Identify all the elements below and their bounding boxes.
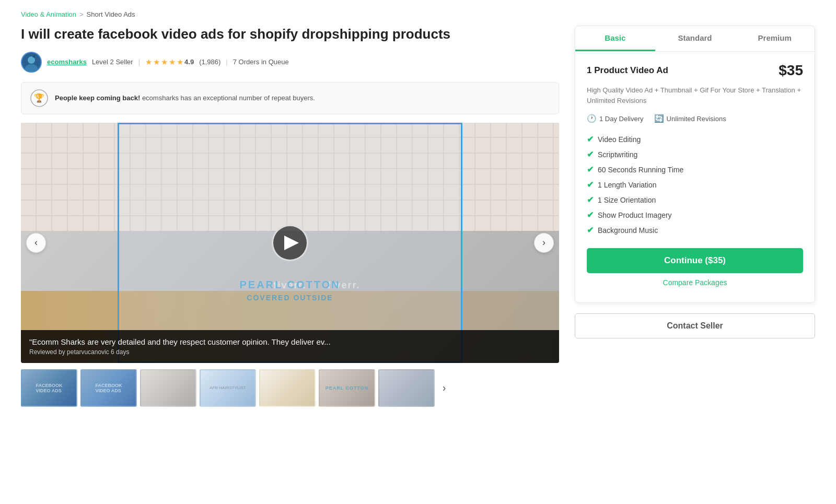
repeat-buyer-badge: 🏆 People keep coming back! ecomsharks ha… <box>21 82 559 114</box>
package-description: High Quality Video Ad + Thumbnail + Gif … <box>587 85 803 106</box>
pricing-card: Basic Standard Premium 1 Product Video A… <box>575 26 815 303</box>
prev-arrow[interactable]: ‹ <box>26 233 46 253</box>
package-title-row: 1 Product Video Ad $35 <box>587 62 803 79</box>
feature-label-2: Scriptwriting <box>598 150 637 159</box>
star-3: ★ <box>161 57 168 67</box>
feature-label-7: Background Music <box>598 226 658 235</box>
feature-show-product: ✔ Show Product Imagery <box>587 207 803 222</box>
check-icon-7: ✔ <box>587 225 594 235</box>
thumbnail-5[interactable] <box>259 369 316 407</box>
seller-row: ecomsharks Level 2 Seller | ★ ★ ★ ★ ★ 4.… <box>21 52 559 73</box>
tab-premium[interactable]: Premium <box>735 26 815 51</box>
check-icon-6: ✔ <box>587 210 594 220</box>
review-quote: "Ecomm Sharks are very detailed and they… <box>29 337 551 346</box>
check-icon-4: ✔ <box>587 180 594 190</box>
star-5: ★ <box>177 57 183 67</box>
star-rating: ★ ★ ★ ★ ★ 4.9 <box>145 57 194 67</box>
divider-2: | <box>226 58 227 66</box>
compare-packages-link[interactable]: Compare Packages <box>587 278 803 292</box>
badge-text-rest: ecomsharks has an exceptional number of … <box>140 94 315 102</box>
continue-button[interactable]: Continue ($35) <box>587 248 803 273</box>
tab-standard[interactable]: Standard <box>655 26 735 51</box>
clock-icon: 🕐 <box>587 114 597 123</box>
thumbnail-7[interactable] <box>378 369 435 407</box>
feature-scriptwriting: ✔ Scriptwriting <box>587 147 803 162</box>
divider-1: | <box>138 58 140 66</box>
thumbnail-4[interactable]: AFR HAIRSTYLIST <box>200 369 256 407</box>
feature-label-1: Video Editing <box>598 135 641 144</box>
feature-label-3: 60 Seconds Running Time <box>598 166 683 174</box>
feature-label-5: 1 Size Orientation <box>598 196 656 204</box>
video-text-overlay: PEARL COTTONCOVERED OUTSIDE <box>239 279 340 303</box>
package-tabs: Basic Standard Premium <box>575 26 815 52</box>
delivery-info: 🕐 1 Day Delivery <box>587 114 644 123</box>
contact-seller-button[interactable]: Contact Seller <box>575 313 815 338</box>
star-1: ★ <box>145 57 152 67</box>
badge-text-strong: People keep coming back! <box>55 94 140 102</box>
feature-background-music: ✔ Background Music <box>587 222 803 238</box>
review-meta: Reviewed by petarvucanovic 6 days <box>29 348 551 356</box>
rating-number: 4.9 <box>184 58 194 66</box>
breadcrumb-separator: > <box>79 10 84 18</box>
revisions-text: Unlimited Revisions <box>667 115 726 123</box>
review-overlay: "Ecomm Sharks are very detailed and they… <box>21 330 559 363</box>
feature-video-editing: ✔ Video Editing <box>587 132 803 147</box>
delivery-text: 1 Day Delivery <box>599 115 644 123</box>
orders-queue: 7 Orders in Queue <box>233 58 289 66</box>
check-icon-2: ✔ <box>587 149 594 159</box>
feature-running-time: ✔ 60 Seconds Running Time <box>587 162 803 177</box>
breadcrumb-parent[interactable]: Video & Animation <box>21 10 76 18</box>
feature-label-6: Show Product Imagery <box>598 211 672 219</box>
revisions-info: 🔄 Unlimited Revisions <box>654 114 726 123</box>
package-features: ✔ Video Editing ✔ Scriptwriting ✔ 60 Sec… <box>587 132 803 238</box>
feature-length-variation: ✔ 1 Length Variation <box>587 177 803 192</box>
play-icon <box>284 236 299 250</box>
thumbnail-1[interactable]: FACEBOOKVIDEO ADS <box>21 369 77 407</box>
check-icon-3: ✔ <box>587 165 594 174</box>
thumbnail-3[interactable] <box>140 369 196 407</box>
right-column: Basic Standard Premium 1 Product Video A… <box>575 26 815 407</box>
package-content: 1 Product Video Ad $35 High Quality Vide… <box>575 52 815 302</box>
star-2: ★ <box>153 57 160 67</box>
thumbnails-next-button[interactable]: › <box>438 382 450 394</box>
svg-text:🏆: 🏆 <box>34 93 44 103</box>
seller-level: Level 2 Seller <box>92 58 133 66</box>
feature-size-orientation: ✔ 1 Size Orientation <box>587 192 803 207</box>
next-arrow[interactable]: › <box>534 233 554 253</box>
check-icon-5: ✔ <box>587 195 594 205</box>
breadcrumb: Video & Animation > Short Video Ads <box>21 10 815 18</box>
badge-text: People keep coming back! ecomsharks has … <box>55 94 315 102</box>
check-icon-1: ✔ <box>587 134 594 144</box>
tab-basic[interactable]: Basic <box>575 26 655 51</box>
avatar <box>21 52 42 73</box>
gig-title: I will create facebook video ads for sho… <box>21 26 559 43</box>
refresh-icon: 🔄 <box>654 114 664 123</box>
feature-label-4: 1 Length Variation <box>598 181 657 189</box>
package-price: $35 <box>779 62 803 79</box>
thumbnails-row: FACEBOOKVIDEO ADS FACEBOOKVIDEO ADS AFR … <box>21 369 559 407</box>
seller-name[interactable]: ecomsharks <box>47 58 87 66</box>
media-area: fiverr. fiverr. PEARL COTTONCOVERED OUTS… <box>21 123 559 363</box>
play-button[interactable] <box>272 225 308 261</box>
left-column: I will create facebook video ads for sho… <box>21 26 559 407</box>
package-name: 1 Product Video Ad <box>587 65 668 76</box>
thumbnail-2[interactable]: FACEBOOKVIDEO ADS <box>80 369 137 407</box>
badge-icon: 🏆 <box>30 89 49 108</box>
package-meta: 🕐 1 Day Delivery 🔄 Unlimited Revisions <box>587 114 803 123</box>
thumbnail-6[interactable]: PEARL COTTON <box>319 369 375 407</box>
breadcrumb-current: Short Video Ads <box>87 10 135 18</box>
star-4: ★ <box>169 57 176 67</box>
review-count: (1,986) <box>199 58 220 66</box>
